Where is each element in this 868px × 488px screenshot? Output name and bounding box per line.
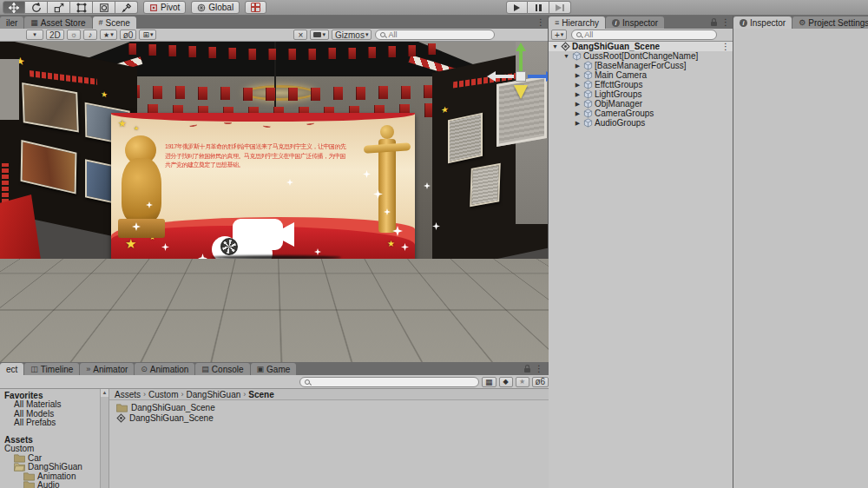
lighting-toggle[interactable]: ☼: [67, 30, 81, 40]
favorites-filter-button[interactable]: ★: [516, 377, 529, 387]
kebab-icon[interactable]: ⋮: [721, 43, 730, 51]
gizmos-dropdown[interactable]: Gizmos▾: [332, 30, 372, 40]
exhibit-photo: [21, 140, 77, 195]
inspector-tab-strip: iInspector⚙Project Settings: [733, 16, 868, 29]
tab-inspector[interactable]: iInspector: [606, 16, 664, 29]
global-toggle[interactable]: Global: [191, 1, 240, 14]
tab-scene[interactable]: #Scene: [93, 16, 136, 29]
tab-console[interactable]: ▤Console: [195, 363, 249, 375]
scene-viewport[interactable]: ★ ★ ★ ★: [0, 42, 549, 362]
hierarchy-item-audiogroups[interactable]: ▶AudioGroups: [549, 118, 733, 128]
scene-tools-button[interactable]: ×: [293, 30, 307, 40]
scene-camera-dropdown[interactable]: ▾: [310, 30, 329, 40]
play-button[interactable]: [506, 1, 528, 14]
effects-dropdown[interactable]: ★▾: [100, 30, 117, 40]
rect-tool-button[interactable]: [70, 1, 93, 14]
step-icon: [556, 4, 564, 11]
favorite-all-prefabs[interactable]: All Prefabs: [0, 419, 100, 428]
foldout-arrow[interactable]: ▶: [574, 82, 582, 89]
foldout-arrow[interactable]: ▶: [574, 72, 582, 79]
tab-animator[interactable]: »Animator: [80, 363, 134, 375]
hierarchy-item-dangshiguan-scene[interactable]: ▼DangShiGuan_Scene⋮: [549, 42, 733, 51]
scene-orientation-gizmo[interactable]: [483, 47, 549, 108]
folder-custom[interactable]: Custom: [0, 445, 100, 454]
audio-toggle[interactable]: ♪: [83, 30, 97, 40]
file-dangshiguan-scene[interactable]: DangShiGuan_Scene: [109, 402, 549, 412]
breadcrumb-item-dangshiguan[interactable]: DangShiGuan: [186, 390, 240, 399]
create-object-button[interactable]: +▾: [551, 30, 567, 40]
file-dangshiguan-scene[interactable]: DangShiGuan_Scene: [109, 412, 549, 423]
tab-hierarchy[interactable]: ≡Hierarchy: [549, 16, 605, 29]
search-by-type-button[interactable]: ▦: [482, 377, 496, 387]
scale-tool-button[interactable]: [48, 1, 70, 14]
grid-dropdown[interactable]: ⊞▾: [139, 30, 156, 40]
breadcrumb-item-scene[interactable]: Scene: [248, 390, 273, 399]
folder-audio[interactable]: Audio: [0, 481, 100, 488]
scene-strip-menu[interactable]: ⋮: [533, 16, 549, 29]
tab-animation[interactable]: ⊙Animation: [135, 363, 194, 375]
foldout-arrow[interactable]: ▶: [574, 91, 582, 98]
pause-button[interactable]: [528, 1, 549, 14]
hierarchy-search[interactable]: [571, 30, 717, 40]
axis-cone[interactable]: [514, 85, 528, 99]
project-strip-controls[interactable]: ⋮: [521, 362, 547, 375]
folder-animation[interactable]: Animation: [0, 472, 100, 481]
golden-lion-statue: [118, 135, 167, 241]
tab-ect[interactable]: ect: [0, 363, 23, 375]
foldout-arrow[interactable]: ▶: [574, 110, 582, 117]
hierarchy-item-cussroot-dontchangename[interactable]: ▼CussRoot[DontChangeName]: [549, 51, 733, 61]
hierarchy-item-objmanager[interactable]: ▶ObjManager: [549, 99, 733, 109]
project-search-input[interactable]: [312, 378, 474, 386]
hierarchy-strip-controls[interactable]: ⋮: [707, 16, 733, 29]
pivot-toggle[interactable]: Pivot: [143, 1, 186, 14]
tab-iler[interactable]: iler: [0, 16, 23, 29]
hidden-packages-button[interactable]: ø6: [532, 377, 549, 387]
foldout-arrow[interactable]: ▼: [562, 53, 570, 59]
left-wall-red-title: [30, 70, 97, 85]
foldout-arrow[interactable]: ▶: [574, 63, 582, 69]
y-axis-arrow[interactable]: [519, 50, 523, 71]
divider[interactable]: [733, 16, 733, 488]
folder-car[interactable]: Car: [0, 453, 100, 463]
breadcrumb-item-assets[interactable]: Assets: [115, 390, 141, 399]
gizmo-center-cube[interactable]: [516, 71, 526, 82]
search-by-label-button[interactable]: ◆: [499, 377, 513, 387]
project-search[interactable]: [299, 377, 479, 387]
assets-header[interactable]: Assets: [0, 435, 100, 445]
favorites-header[interactable]: Favorites: [0, 391, 100, 400]
rotate-tool-button[interactable]: [25, 1, 48, 14]
tab-asset-store[interactable]: ▦Asset Store: [24, 16, 91, 29]
scene-search[interactable]: [375, 30, 495, 40]
draw-mode-dropdown[interactable]: ▾: [26, 30, 43, 40]
hierarchy-item-main-camera[interactable]: ▶Main Camera: [549, 70, 733, 80]
move-tool-button[interactable]: [3, 1, 25, 14]
x-axis-arrow[interactable]: [495, 75, 514, 78]
transform-tools: [3, 1, 138, 14]
tab-game[interactable]: ▣Game: [251, 363, 297, 375]
custom-tool-button[interactable]: [115, 1, 138, 14]
project-tree-scrollbar[interactable]: ▲: [100, 389, 108, 488]
hierarchy-item-basemanagerforcuss[interactable]: ▶[BaseManagerForCuss]: [549, 61, 733, 70]
foldout-arrow[interactable]: ▶: [574, 120, 582, 127]
scene-search-input[interactable]: [388, 30, 490, 39]
foldout-arrow[interactable]: ▶: [574, 101, 582, 108]
transform-tool-button[interactable]: [93, 1, 115, 14]
favorite-all-materials[interactable]: All Materials: [0, 400, 100, 410]
hierarchy-item-effcttgroups[interactable]: ▶EffcttGroups: [549, 80, 733, 89]
hierarchy-item-cameragroups[interactable]: ▶CameraGroups: [549, 109, 733, 118]
foldout-arrow[interactable]: ▼: [551, 43, 559, 49]
folder-dangshiguan[interactable]: DangShiGuan: [0, 463, 100, 472]
tab-inspector[interactable]: iInspector: [733, 16, 792, 29]
hidden-objects-button[interactable]: ø0: [120, 30, 137, 40]
step-button[interactable]: [549, 1, 571, 14]
scroll-up-arrow[interactable]: ▲: [101, 389, 108, 397]
z-axis-arrow[interactable]: [528, 75, 547, 78]
hierarchy-item-lightgroups[interactable]: ▶LightGroups: [549, 89, 733, 99]
snap-settings-button[interactable]: [245, 1, 266, 14]
2d-toggle[interactable]: 2D: [46, 30, 64, 40]
hierarchy-search-input[interactable]: [584, 30, 712, 39]
breadcrumb-item-custom[interactable]: Custom: [148, 390, 178, 399]
favorite-all-models[interactable]: All Models: [0, 409, 100, 419]
tab-timeline[interactable]: ◫Timeline: [24, 363, 79, 375]
tab-project-settings[interactable]: ⚙Project Settings: [792, 16, 868, 29]
